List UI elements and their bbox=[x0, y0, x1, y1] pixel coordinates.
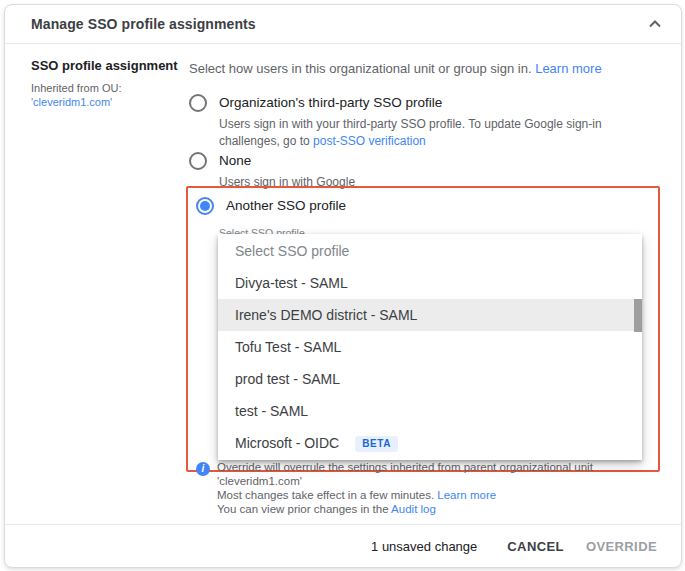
override-button[interactable]: OVERRIDE bbox=[580, 531, 663, 562]
option-description: Users sign in with your third-party SSO … bbox=[219, 116, 661, 150]
sso-profile-dropdown: Select SSO profile Divya-test - SAML Ire… bbox=[218, 234, 642, 460]
panel-footer: 1 unsaved change CANCEL OVERRIDE bbox=[5, 524, 681, 567]
post-sso-verification-link[interactable]: post-SSO verification bbox=[313, 134, 426, 148]
dropdown-item[interactable]: prod test - SAML bbox=[218, 363, 642, 395]
radio-option-another-sso[interactable]: Another SSO profile bbox=[196, 197, 346, 215]
learn-more-link-2[interactable]: Learn more bbox=[437, 489, 496, 501]
beta-badge: BETA bbox=[355, 436, 398, 452]
radio-option-org-sso[interactable]: Organization's third-party SSO profile U… bbox=[189, 94, 664, 150]
dropdown-item-label: Microsoft - OIDC bbox=[235, 435, 339, 451]
panel-header: Manage SSO profile assignments bbox=[5, 5, 681, 44]
setting-name: SSO profile assignment bbox=[31, 58, 183, 73]
info-line-override: Override will overrule the settings inhe… bbox=[217, 460, 665, 488]
manage-sso-panel: Manage SSO profile assignments SSO profi… bbox=[4, 4, 682, 568]
audit-log-link[interactable]: Audit log bbox=[391, 503, 436, 515]
radio-unselected-icon[interactable] bbox=[189, 152, 207, 170]
intro-text: Select how users in this organizational … bbox=[189, 61, 602, 76]
intro-sentence: Select how users in this organizational … bbox=[189, 61, 532, 76]
dropdown-item-highlighted[interactable]: Irene's DEMO district - SAML bbox=[218, 299, 642, 331]
inherited-from-label: Inherited from OU: bbox=[31, 81, 183, 95]
dropdown-scrollbar[interactable] bbox=[634, 299, 642, 332]
collapse-button[interactable] bbox=[643, 12, 667, 36]
option-label: None bbox=[219, 152, 661, 170]
setting-label-column: SSO profile assignment Inherited from OU… bbox=[31, 58, 183, 109]
dropdown-item-placeholder[interactable]: Select SSO profile bbox=[218, 235, 642, 267]
panel-title: Manage SSO profile assignments bbox=[31, 5, 256, 43]
info-line-audit: You can view prior changes in the Audit … bbox=[217, 502, 665, 516]
radio-unselected-icon[interactable] bbox=[189, 94, 207, 112]
dropdown-item[interactable]: test - SAML bbox=[218, 395, 642, 427]
option-text: Organization's third-party SSO profile U… bbox=[219, 94, 661, 150]
dropdown-item[interactable]: Tofu Test - SAML bbox=[218, 331, 642, 363]
cancel-button[interactable]: CANCEL bbox=[501, 531, 570, 562]
dropdown-item[interactable]: Divya-test - SAML bbox=[218, 267, 642, 299]
info-line-changes-text: Most changes take effect in a few minute… bbox=[217, 489, 434, 501]
info-line-audit-text: You can view prior changes in the bbox=[217, 503, 389, 515]
radio-selected-icon[interactable] bbox=[196, 197, 214, 215]
dropdown-item[interactable]: Microsoft - OIDC BETA bbox=[218, 427, 642, 459]
info-icon: i bbox=[196, 462, 210, 476]
option-label: Another SSO profile bbox=[226, 197, 346, 215]
unsaved-changes-text: 1 unsaved change bbox=[371, 539, 477, 554]
inherited-ou-link[interactable]: 'cleveridm1.com' bbox=[31, 95, 183, 109]
learn-more-link[interactable]: Learn more bbox=[535, 61, 601, 76]
info-line-changes: Most changes take effect in a few minute… bbox=[217, 488, 665, 502]
option-label: Organization's third-party SSO profile bbox=[219, 94, 661, 112]
chevron-up-icon bbox=[643, 22, 667, 39]
info-note: Override will overrule the settings inhe… bbox=[217, 460, 665, 516]
